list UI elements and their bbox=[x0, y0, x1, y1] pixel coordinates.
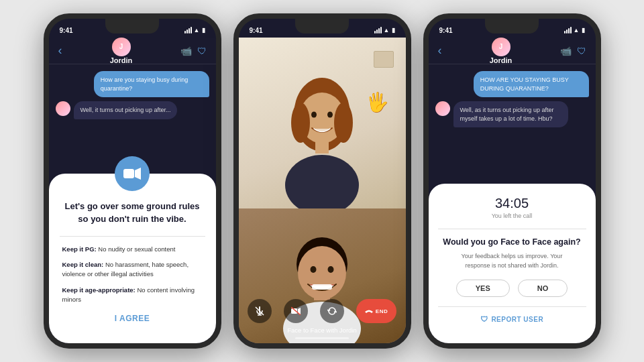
shield-icon-nav[interactable]: 🛡 bbox=[197, 46, 207, 56]
shield-icon-report: 🛡 bbox=[480, 315, 488, 323]
video-icon-3[interactable]: 📹 bbox=[560, 46, 572, 56]
agree-button[interactable]: I AGREE bbox=[62, 314, 203, 323]
video-off-button[interactable] bbox=[284, 299, 308, 323]
wave-hand: 🖐 bbox=[366, 91, 389, 113]
end-call-button[interactable]: END bbox=[356, 299, 396, 323]
modal-title: Let's go over some ground rulesso you do… bbox=[62, 200, 203, 225]
nav-name-1: Jordin bbox=[110, 56, 133, 64]
wifi-icon-3: ▲ bbox=[574, 27, 580, 34]
modal-divider-4 bbox=[438, 306, 586, 307]
svg-point-4 bbox=[285, 155, 359, 208]
svg-point-6 bbox=[291, 103, 310, 143]
nav-avatar-3: J bbox=[492, 38, 511, 56]
status-time-2: 9:41 bbox=[250, 27, 263, 34]
back-button-1[interactable]: ‹ bbox=[58, 44, 62, 58]
post-call-question: Would you go Face to Face again? bbox=[441, 237, 584, 247]
ground-rules-modal: Let's go over some ground rulesso you do… bbox=[49, 174, 216, 343]
status-bar-1: 9:41 ▲ ▮ bbox=[49, 19, 216, 38]
yes-button[interactable]: YES bbox=[456, 280, 510, 297]
svg-marker-1 bbox=[135, 168, 141, 180]
avatar-received-3 bbox=[435, 101, 450, 116]
chat-bubble-sent-1: How are you staying busy during quaranti… bbox=[94, 71, 209, 97]
status-time-1: 9:41 bbox=[60, 27, 73, 34]
wall-art bbox=[374, 51, 394, 68]
svg-point-13 bbox=[298, 246, 346, 300]
phone-2: 9:41 ▲ ▮ bbox=[233, 13, 411, 349]
svg-point-7 bbox=[334, 103, 353, 143]
wifi-icon-2: ▲ bbox=[384, 27, 390, 34]
battery-icon-2: ▮ bbox=[392, 27, 395, 34]
flip-camera-button[interactable] bbox=[320, 299, 344, 323]
post-call-buttons: YES NO bbox=[441, 280, 584, 297]
signal-icon bbox=[184, 27, 192, 34]
nav-icons-3: 📹 🛡 bbox=[560, 46, 586, 56]
status-time-3: 9:41 bbox=[439, 27, 453, 34]
chat-bubble-received-3: Well, as it turns out picking up after m… bbox=[453, 101, 569, 127]
modal-rule-2: Keep it clean: No harassment, hate speec… bbox=[62, 260, 203, 280]
nav-icons-1: 📹 🛡 bbox=[180, 46, 207, 56]
call-label: Face to Face with Jordin bbox=[239, 326, 406, 334]
call-duration: 34:05 bbox=[441, 196, 584, 211]
chat-bubble-sent-3: HOW ARE YOU STAYING BUSY DURING QUARANTI… bbox=[474, 71, 589, 97]
phone-3: 9:41 ▲ ▮ ‹ J Jordin 📹 🛡 bbox=[423, 13, 601, 349]
signal-icon-3 bbox=[564, 27, 572, 34]
nav-avatar-1: J bbox=[112, 38, 131, 56]
female-avatar bbox=[268, 68, 376, 208]
svg-point-9 bbox=[327, 112, 333, 118]
post-call-feedback: Your feedback helps us improve. Yourresp… bbox=[441, 252, 584, 270]
status-bar-3: 9:41 ▲ ▮ bbox=[429, 19, 596, 38]
report-user-label: REPORT USER bbox=[491, 316, 543, 323]
post-call-modal: 34:05 You left the call Would you go Fac… bbox=[429, 184, 596, 343]
status-bar-2: 9:41 ▲ ▮ bbox=[239, 19, 406, 38]
video-call-screen: 🖐 bbox=[239, 38, 406, 343]
nav-name-3: Jordin bbox=[490, 56, 513, 64]
battery-icon: ▮ bbox=[202, 27, 205, 34]
report-user-button[interactable]: 🛡 REPORT USER bbox=[441, 315, 584, 323]
svg-point-14 bbox=[311, 266, 317, 273]
app-container: 9:41 ▲ ▮ ‹ J Jordin 📹 🛡 bbox=[0, 0, 644, 362]
modal-rule-1: Keep it PG: No nudity or sexual content bbox=[62, 245, 203, 254]
svg-point-15 bbox=[328, 266, 334, 273]
end-call-label: END bbox=[376, 308, 388, 314]
received-row-1: Well, it turns out picking up after... bbox=[56, 101, 209, 119]
call-controls: END bbox=[239, 299, 406, 323]
modal-divider bbox=[60, 236, 205, 237]
wifi-icon: ▲ bbox=[194, 27, 200, 34]
chat-bubble-received-1: Well, it turns out picking up after... bbox=[74, 101, 178, 119]
video-icon[interactable]: 📹 bbox=[180, 46, 192, 56]
received-row-3: Well, as it turns out picking up after m… bbox=[435, 101, 589, 127]
modal-rule-3: Keep it age-appropriate: No content invo… bbox=[62, 286, 203, 305]
nav-bar-3: ‹ J Jordin 📹 🛡 bbox=[429, 38, 596, 64]
signal-icon-2 bbox=[374, 27, 382, 34]
status-icons-1: ▲ ▮ bbox=[184, 27, 205, 34]
modal-video-icon bbox=[115, 156, 150, 191]
svg-rect-16 bbox=[312, 284, 332, 290]
no-button[interactable]: NO bbox=[518, 280, 568, 297]
svg-point-8 bbox=[311, 112, 317, 118]
mute-button[interactable] bbox=[248, 299, 272, 323]
back-button-3[interactable]: ‹ bbox=[438, 44, 442, 58]
modal-divider-3 bbox=[438, 229, 586, 229]
battery-icon-3: ▮ bbox=[582, 27, 585, 34]
phone-1: 9:41 ▲ ▮ ‹ J Jordin 📹 🛡 bbox=[44, 13, 221, 349]
call-ended-label: You left the call bbox=[441, 213, 584, 219]
avatar-received-1 bbox=[56, 101, 70, 116]
shield-icon-nav-3[interactable]: 🛡 bbox=[577, 46, 586, 56]
nav-bar-1: ‹ J Jordin 📹 🛡 bbox=[49, 38, 216, 64]
svg-rect-0 bbox=[123, 169, 134, 178]
status-icons-3: ▲ ▮ bbox=[564, 27, 585, 34]
status-icons-2: ▲ ▮ bbox=[374, 27, 395, 34]
remote-video: 🖐 bbox=[239, 38, 406, 208]
